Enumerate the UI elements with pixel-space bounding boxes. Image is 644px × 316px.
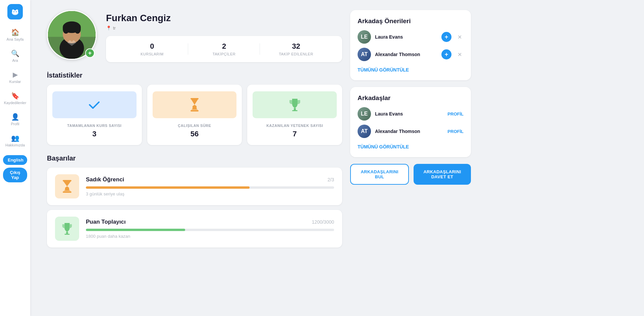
add-alex-button[interactable]: +: [441, 49, 451, 59]
sidebar-item-kurslar[interactable]: ▶ Kurslar: [2, 68, 28, 86]
achievement-sadik-ogrenci: Sadık Öğrenci 2/3 3 günlük seriye ulaş: [47, 168, 342, 205]
laura-friend-avatar: LE: [358, 107, 371, 121]
courses-label: KURSLARIM: [116, 52, 188, 56]
arkadaslar-title: Arkadaşlar: [358, 94, 464, 102]
sidebar: 🏠 Ana Sayfa 🔍 Ara ▶ Kurslar 🔖 Kaydedilen…: [0, 0, 30, 316]
add-laura-button[interactable]: +: [441, 32, 451, 42]
laura-avatar: LE: [358, 30, 371, 44]
hourglass-achievement-icon: [61, 179, 73, 193]
sadik-top: Sadık Öğrenci 2/3: [86, 176, 334, 183]
invite-friends-button[interactable]: ARKADAŞLARINIDAVET ET: [414, 164, 471, 185]
skills-icon-area: [253, 91, 337, 118]
stat-card-completed: TAMAMLANAN KURS SAYISI 3: [47, 85, 142, 145]
svg-point-11: [63, 25, 69, 34]
laura-profile-button[interactable]: PROFİL: [447, 111, 464, 117]
add-avatar-button[interactable]: +: [85, 48, 95, 58]
puan-bar-bg: [86, 229, 334, 231]
svg-point-12: [74, 25, 81, 34]
bottom-buttons: ARKADAŞLARINIBUL ARKADAŞLARINIDAVET ET: [350, 164, 471, 185]
sadik-bar-bg: [86, 186, 334, 189]
puan-icon-box: [55, 217, 79, 241]
svg-point-3: [13, 10, 17, 14]
stat-following: 32 TAKİP EDİLENLER: [260, 42, 332, 56]
english-button[interactable]: English: [3, 155, 27, 165]
alex-friend-avatar-inner: AT: [358, 125, 371, 138]
laura-friend-name: Laura Evans: [375, 111, 443, 117]
sidebar-item-label: Kurslar: [9, 80, 21, 84]
sidebar-item-label: Ara: [12, 58, 18, 62]
stats-cards: TAMAMLANAN KURS SAYISI 3 ÇALIŞILAN SÜRE …: [47, 85, 342, 145]
alex-friend-avatar: AT: [358, 125, 371, 138]
country-code: tr: [113, 26, 116, 31]
courses-value: 0: [116, 42, 188, 51]
sidebar-item-kaydedilenler[interactable]: 🔖 Kaydedilenler: [2, 89, 28, 107]
completed-icon-area: [52, 91, 137, 118]
profile-name: Furkan Cengiz: [106, 13, 342, 24]
svg-point-5: [16, 11, 17, 12]
puan-content: Puan Toplayıcı 1200/3000 1800 puan daha …: [86, 219, 334, 239]
followers-label: TAKİPÇİLER: [188, 52, 260, 56]
sidebar-item-label: Kaydedilenler: [4, 101, 26, 105]
laura-friend-avatar-inner: LE: [358, 107, 371, 121]
completed-value: 3: [52, 130, 137, 138]
sidebar-logo[interactable]: [7, 4, 23, 19]
profile-info: Furkan Cengiz 📍 tr 0 KURSLARIM 2 TAKİPÇİ…: [106, 10, 342, 62]
svg-rect-20: [64, 234, 69, 235]
basarilar-title: Başarılar: [47, 154, 342, 162]
alex-avatar-inner: AT: [358, 48, 371, 61]
suggestions-see-all-link[interactable]: TÜMÜNÜ GÖRÜNTÜLE: [358, 67, 409, 73]
svg-rect-15: [294, 108, 296, 110]
arkadas-onerileri-card: Arkadaş Önerileri LE Laura Evans + ✕ AT …: [350, 10, 471, 80]
play-icon: ▶: [13, 71, 18, 79]
istatistikler-title: İstatistikler: [47, 72, 342, 79]
sadik-name: Sadık Öğrenci: [86, 176, 124, 183]
followers-value: 2: [188, 42, 260, 51]
laura-name: Laura Evans: [375, 34, 437, 40]
svg-rect-14: [191, 110, 199, 111]
stat-followers: 2 TAKİPÇİLER: [188, 42, 260, 56]
sidebar-item-hakkimizda[interactable]: 👥 Hakkımızda: [2, 131, 28, 150]
logout-button[interactable]: Çıkış Yap: [3, 168, 27, 182]
hours-icon-area: [153, 91, 237, 118]
sidebar-item-ana-sayfa[interactable]: 🏠 Ana Sayfa: [2, 26, 28, 44]
following-label: TAKİP EDİLENLER: [260, 52, 332, 56]
puan-desc: 1800 puan daha kazan: [86, 234, 334, 239]
puan-top: Puan Toplayıcı 1200/3000: [86, 219, 334, 225]
completed-label: TAMAMLANAN KURS SAYISI: [52, 124, 137, 128]
sidebar-item-ara[interactable]: 🔍 Ara: [2, 47, 28, 65]
skills-label: KAZANILAN YETENEK SAYISI: [253, 124, 337, 128]
sadik-icon-box: [55, 174, 79, 198]
friends-see-all-link[interactable]: TÜMÜNÜ GÖRÜNTÜLE: [358, 144, 409, 149]
trophy-icon: [287, 97, 302, 112]
right-panel: Arkadaş Önerileri LE Laura Evans + ✕ AT …: [350, 10, 471, 306]
dismiss-alex-button[interactable]: ✕: [455, 50, 464, 58]
laura-avatar-inner: LE: [358, 30, 371, 44]
profile-stats-box: 0 KURSLARIM 2 TAKİPÇİLER 32 TAKİP EDİLEN…: [106, 36, 342, 62]
friends-row-laura: LE Laura Evans PROFİL: [358, 107, 464, 121]
stat-card-skills: KAZANILAN YETENEK SAYISI 7: [247, 85, 342, 145]
hours-value: 56: [153, 130, 237, 138]
stat-courses: 0 KURSLARIM: [116, 42, 188, 56]
sidebar-item-profil[interactable]: 👤 Profil: [2, 110, 28, 129]
svg-rect-13: [191, 98, 199, 99]
find-friends-button[interactable]: ARKADAŞLARINIBUL: [350, 164, 409, 185]
avatar-wrapper: +: [47, 10, 97, 60]
sadik-content: Sadık Öğrenci 2/3 3 günlük seriye ulaş: [86, 176, 334, 196]
location-icon: 📍: [106, 26, 111, 31]
sidebar-item-label: Ana Sayfa: [7, 37, 24, 41]
arkadaslar-card: Arkadaşlar LE Laura Evans PROFİL AT Alex…: [350, 87, 471, 157]
profile-section: + Furkan Cengiz 📍 tr 0 KURSLARIM 2 TAKİP…: [47, 10, 342, 306]
puan-name: Puan Toplayıcı: [86, 219, 126, 225]
svg-rect-18: [63, 191, 71, 193]
puan-progress: 1200/3000: [312, 219, 334, 225]
alex-name: Alexandar Thomson: [375, 52, 437, 57]
dismiss-laura-button[interactable]: ✕: [455, 33, 464, 41]
suggestion-row-alex: AT Alexandar Thomson + ✕: [358, 48, 464, 61]
achievement-puan-toplayici: Puan Toplayıcı 1200/3000 1800 puan daha …: [47, 210, 342, 247]
stat-card-hours: ÇALIŞILAN SÜRE 56: [147, 85, 242, 145]
check-icon: [87, 97, 102, 112]
profile-header: + Furkan Cengiz 📍 tr 0 KURSLARIM 2 TAKİP…: [47, 10, 342, 62]
friends-row-alex: AT Alexandar Thomson PROFİL: [358, 125, 464, 138]
profile-icon: 👤: [11, 113, 19, 121]
alex-profile-button[interactable]: PROFİL: [447, 129, 464, 134]
